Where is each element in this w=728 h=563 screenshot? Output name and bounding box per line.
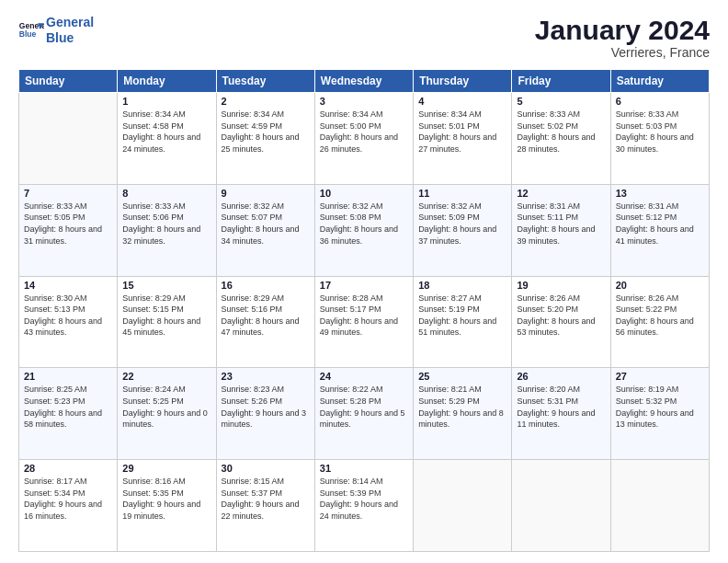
calendar-cell: 5Sunrise: 8:33 AMSunset: 5:02 PMDaylight… <box>512 93 610 185</box>
day-number: 4 <box>418 96 506 107</box>
calendar-cell: 7Sunrise: 8:33 AMSunset: 5:05 PMDaylight… <box>19 184 118 276</box>
day-info: Sunrise: 8:32 AMSunset: 5:07 PMDaylight:… <box>222 201 310 247</box>
calendar-cell: 9Sunrise: 8:32 AMSunset: 5:07 PMDaylight… <box>216 184 314 276</box>
logo-icon: General Blue <box>18 17 44 43</box>
day-info: Sunrise: 8:27 AMSunset: 5:19 PMDaylight:… <box>418 293 506 339</box>
day-info: Sunrise: 8:33 AMSunset: 5:03 PMDaylight:… <box>616 109 704 155</box>
calendar-cell: 24Sunrise: 8:22 AMSunset: 5:28 PMDayligh… <box>314 368 413 460</box>
day-number: 23 <box>222 371 310 382</box>
day-info: Sunrise: 8:29 AMSunset: 5:16 PMDaylight:… <box>222 293 310 339</box>
day-info: Sunrise: 8:21 AMSunset: 5:29 PMDaylight:… <box>418 384 506 430</box>
calendar-cell: 11Sunrise: 8:32 AMSunset: 5:09 PMDayligh… <box>414 184 512 276</box>
day-info: Sunrise: 8:15 AMSunset: 5:37 PMDaylight:… <box>222 476 310 522</box>
calendar-cell: 30Sunrise: 8:15 AMSunset: 5:37 PMDayligh… <box>216 460 314 552</box>
day-number: 6 <box>616 96 704 107</box>
day-number: 14 <box>24 280 112 291</box>
calendar-cell <box>610 460 709 552</box>
day-number: 30 <box>222 463 310 474</box>
day-info: Sunrise: 8:30 AMSunset: 5:13 PMDaylight:… <box>24 293 112 339</box>
calendar-cell <box>19 93 118 185</box>
day-number: 12 <box>517 188 605 199</box>
day-number: 24 <box>320 371 408 382</box>
calendar-cell: 22Sunrise: 8:24 AMSunset: 5:25 PMDayligh… <box>118 368 216 460</box>
day-number: 2 <box>222 96 310 107</box>
calendar-cell <box>512 460 610 552</box>
day-info: Sunrise: 8:22 AMSunset: 5:28 PMDaylight:… <box>320 384 408 430</box>
calendar-header-thursday: Thursday <box>414 70 512 93</box>
day-number: 27 <box>616 371 704 382</box>
day-number: 16 <box>222 280 310 291</box>
day-number: 15 <box>122 280 210 291</box>
calendar-cell: 20Sunrise: 8:26 AMSunset: 5:22 PMDayligh… <box>610 276 709 368</box>
calendar-week-row: 21Sunrise: 8:25 AMSunset: 5:23 PMDayligh… <box>19 368 710 460</box>
calendar-cell: 26Sunrise: 8:20 AMSunset: 5:31 PMDayligh… <box>512 368 610 460</box>
day-info: Sunrise: 8:32 AMSunset: 5:09 PMDaylight:… <box>418 201 506 247</box>
day-number: 11 <box>418 188 506 199</box>
day-number: 25 <box>418 371 506 382</box>
day-number: 17 <box>320 280 408 291</box>
calendar-cell: 3Sunrise: 8:34 AMSunset: 5:00 PMDaylight… <box>314 93 413 185</box>
calendar-cell: 27Sunrise: 8:19 AMSunset: 5:32 PMDayligh… <box>610 368 709 460</box>
calendar-week-row: 28Sunrise: 8:17 AMSunset: 5:34 PMDayligh… <box>19 460 710 552</box>
day-info: Sunrise: 8:20 AMSunset: 5:31 PMDaylight:… <box>517 384 605 430</box>
day-info: Sunrise: 8:14 AMSunset: 5:39 PMDaylight:… <box>320 476 408 522</box>
day-info: Sunrise: 8:31 AMSunset: 5:12 PMDaylight:… <box>616 201 704 247</box>
logo-text: General Blue <box>46 15 94 46</box>
day-info: Sunrise: 8:34 AMSunset: 4:59 PMDaylight:… <box>222 109 310 155</box>
day-info: Sunrise: 8:33 AMSunset: 5:05 PMDaylight:… <box>24 201 112 247</box>
day-info: Sunrise: 8:28 AMSunset: 5:17 PMDaylight:… <box>320 293 408 339</box>
day-info: Sunrise: 8:19 AMSunset: 5:32 PMDaylight:… <box>616 384 704 430</box>
calendar-cell: 31Sunrise: 8:14 AMSunset: 5:39 PMDayligh… <box>314 460 413 552</box>
header: General Blue General Blue January 2024 V… <box>18 15 710 60</box>
calendar-cell: 19Sunrise: 8:26 AMSunset: 5:20 PMDayligh… <box>512 276 610 368</box>
day-info: Sunrise: 8:34 AMSunset: 4:58 PMDaylight:… <box>122 109 210 155</box>
day-number: 7 <box>24 188 112 199</box>
calendar-cell: 25Sunrise: 8:21 AMSunset: 5:29 PMDayligh… <box>414 368 512 460</box>
calendar-cell: 2Sunrise: 8:34 AMSunset: 4:59 PMDaylight… <box>216 93 314 185</box>
day-number: 10 <box>320 188 408 199</box>
calendar-cell: 17Sunrise: 8:28 AMSunset: 5:17 PMDayligh… <box>314 276 413 368</box>
day-number: 29 <box>122 463 210 474</box>
day-number: 31 <box>320 463 408 474</box>
calendar-cell: 12Sunrise: 8:31 AMSunset: 5:11 PMDayligh… <box>512 184 610 276</box>
calendar-cell: 15Sunrise: 8:29 AMSunset: 5:15 PMDayligh… <box>118 276 216 368</box>
day-info: Sunrise: 8:24 AMSunset: 5:25 PMDaylight:… <box>122 384 210 430</box>
calendar-cell: 21Sunrise: 8:25 AMSunset: 5:23 PMDayligh… <box>19 368 118 460</box>
day-info: Sunrise: 8:25 AMSunset: 5:23 PMDaylight:… <box>24 384 112 430</box>
day-info: Sunrise: 8:26 AMSunset: 5:22 PMDaylight:… <box>616 293 704 339</box>
calendar-cell: 8Sunrise: 8:33 AMSunset: 5:06 PMDaylight… <box>118 184 216 276</box>
day-number: 1 <box>122 96 210 107</box>
day-info: Sunrise: 8:26 AMSunset: 5:20 PMDaylight:… <box>517 293 605 339</box>
day-info: Sunrise: 8:29 AMSunset: 5:15 PMDaylight:… <box>122 293 210 339</box>
day-number: 13 <box>616 188 704 199</box>
calendar-week-row: 14Sunrise: 8:30 AMSunset: 5:13 PMDayligh… <box>19 276 710 368</box>
day-info: Sunrise: 8:31 AMSunset: 5:11 PMDaylight:… <box>517 201 605 247</box>
calendar-header-friday: Friday <box>512 70 610 93</box>
day-number: 9 <box>222 188 310 199</box>
day-number: 20 <box>616 280 704 291</box>
day-number: 18 <box>418 280 506 291</box>
day-info: Sunrise: 8:34 AMSunset: 5:01 PMDaylight:… <box>418 109 506 155</box>
day-info: Sunrise: 8:34 AMSunset: 5:00 PMDaylight:… <box>320 109 408 155</box>
calendar-cell: 13Sunrise: 8:31 AMSunset: 5:12 PMDayligh… <box>610 184 709 276</box>
calendar-header-tuesday: Tuesday <box>216 70 314 93</box>
calendar-header-saturday: Saturday <box>610 70 709 93</box>
calendar-header-monday: Monday <box>118 70 216 93</box>
title-block: January 2024 Verrieres, France <box>535 15 710 60</box>
calendar-cell: 16Sunrise: 8:29 AMSunset: 5:16 PMDayligh… <box>216 276 314 368</box>
day-number: 3 <box>320 96 408 107</box>
day-info: Sunrise: 8:16 AMSunset: 5:35 PMDaylight:… <box>122 476 210 522</box>
calendar-header-wednesday: Wednesday <box>314 70 413 93</box>
day-number: 19 <box>517 280 605 291</box>
day-info: Sunrise: 8:23 AMSunset: 5:26 PMDaylight:… <box>222 384 310 430</box>
calendar-header-sunday: Sunday <box>19 70 118 93</box>
calendar-cell: 4Sunrise: 8:34 AMSunset: 5:01 PMDaylight… <box>414 93 512 185</box>
calendar-cell: 28Sunrise: 8:17 AMSunset: 5:34 PMDayligh… <box>19 460 118 552</box>
calendar-cell <box>414 460 512 552</box>
calendar-table: SundayMondayTuesdayWednesdayThursdayFrid… <box>18 69 710 552</box>
day-info: Sunrise: 8:33 AMSunset: 5:06 PMDaylight:… <box>122 201 210 247</box>
day-info: Sunrise: 8:17 AMSunset: 5:34 PMDaylight:… <box>24 476 112 522</box>
calendar-header-row: SundayMondayTuesdayWednesdayThursdayFrid… <box>19 70 710 93</box>
day-info: Sunrise: 8:33 AMSunset: 5:02 PMDaylight:… <box>517 109 605 155</box>
logo: General Blue General Blue <box>18 15 94 46</box>
